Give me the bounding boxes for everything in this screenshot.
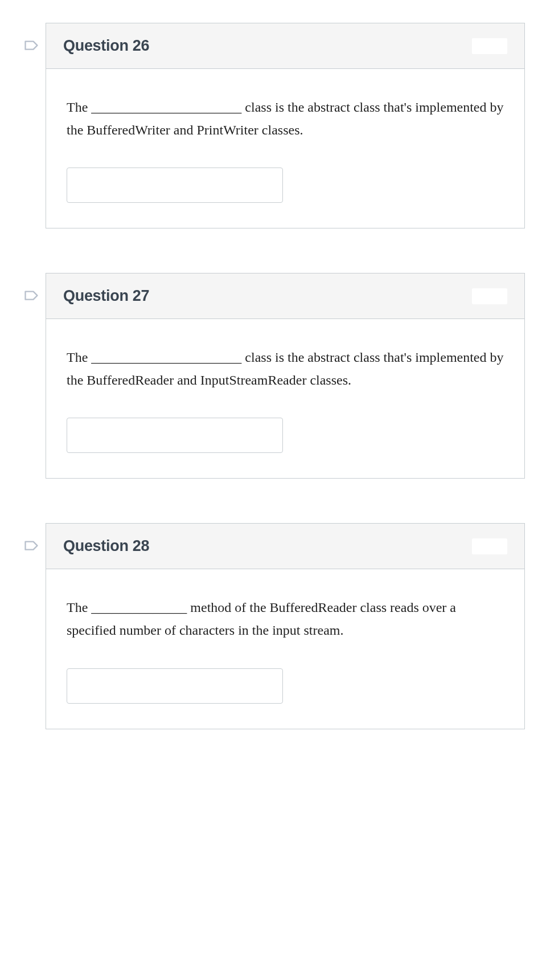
bookmark-tag-icon — [23, 39, 39, 55]
question-title: Question 27 — [63, 287, 149, 305]
points-badge — [472, 538, 507, 554]
answer-input[interactable] — [67, 418, 283, 453]
flag-toggle[interactable] — [17, 273, 46, 305]
points-badge — [472, 38, 507, 54]
flag-toggle[interactable] — [17, 23, 46, 55]
question-card: Question 28 The ______________ method of… — [46, 523, 525, 729]
points-badge — [472, 288, 507, 304]
question-wrapper: Question 28 The ______________ method of… — [17, 523, 525, 729]
question-body: The ______________________ class is the … — [46, 69, 524, 228]
question-prompt: The ______________________ class is the … — [67, 96, 504, 141]
answer-input[interactable] — [67, 668, 283, 704]
question-header: Question 28 — [46, 524, 524, 569]
bookmark-tag-icon — [23, 289, 39, 305]
flag-toggle[interactable] — [17, 523, 46, 555]
question-header: Question 26 — [46, 23, 524, 69]
question-wrapper: Question 26 The ______________________ c… — [17, 23, 525, 228]
question-title: Question 28 — [63, 537, 149, 555]
question-title: Question 26 — [63, 37, 149, 55]
bookmark-tag-icon — [23, 539, 39, 555]
question-card: Question 27 The ______________________ c… — [46, 273, 525, 479]
question-body: The ______________ method of the Buffere… — [46, 569, 524, 728]
question-card: Question 26 The ______________________ c… — [46, 23, 525, 228]
answer-input[interactable] — [67, 168, 283, 203]
question-body: The ______________________ class is the … — [46, 319, 524, 478]
question-prompt: The ______________ method of the Buffere… — [67, 597, 504, 642]
question-header: Question 27 — [46, 273, 524, 319]
question-wrapper: Question 27 The ______________________ c… — [17, 273, 525, 479]
question-prompt: The ______________________ class is the … — [67, 346, 504, 391]
